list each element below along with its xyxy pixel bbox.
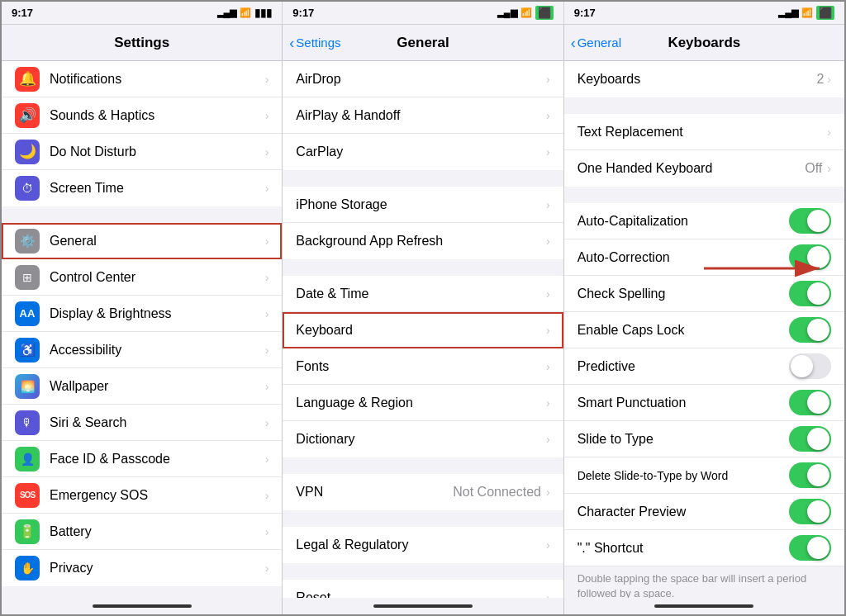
- list-item-fonts[interactable]: Fonts ›: [283, 348, 563, 385]
- list-item-enablecapslock[interactable]: Enable Caps Lock: [564, 312, 844, 348]
- list-item-legal[interactable]: Legal & Regulatory ›: [283, 527, 563, 563]
- checkspelling-toggle[interactable]: [789, 281, 831, 306]
- privacy-chevron: ›: [265, 562, 269, 575]
- legal-label: Legal & Regulatory: [296, 538, 546, 552]
- back-label-keyboards[interactable]: General: [577, 36, 621, 50]
- deleteslide-toggle[interactable]: [789, 462, 831, 488]
- list-item-keyboard[interactable]: Keyboard ›: [283, 312, 563, 348]
- list-item-languageregion[interactable]: Language & Region ›: [283, 385, 563, 421]
- accessibility-chevron: ›: [265, 344, 269, 357]
- accessibility-label: Accessibility: [50, 343, 265, 358]
- predictive-toggle[interactable]: [789, 353, 831, 379]
- list-item-slidetotype[interactable]: Slide to Type: [564, 421, 844, 457]
- keyboards-section-1: Keyboards 2 ›: [564, 61, 844, 97]
- settings-nav-bar: Settings: [2, 25, 282, 61]
- enablecapslock-toggle[interactable]: [789, 317, 831, 343]
- back-label-general[interactable]: Settings: [296, 36, 340, 50]
- list-item-onehandedkeyboard[interactable]: One Handed Keyboard Off ›: [564, 150, 844, 187]
- list-item-wallpaper[interactable]: 🌅 Wallpaper ›: [2, 368, 282, 405]
- keyboards-list: Keyboards 2 › Text Replacement › One Han…: [564, 61, 844, 598]
- backgroundapp-chevron: ›: [546, 235, 550, 248]
- autocapitalization-toggle[interactable]: [789, 208, 831, 234]
- list-item-predictive[interactable]: Predictive: [564, 348, 844, 385]
- smartpunctuation-toggle[interactable]: [789, 390, 831, 415]
- list-item-battery[interactable]: 🔋 Battery ›: [2, 514, 282, 550]
- list-item-display[interactable]: AA Display & Brightness ›: [2, 296, 282, 332]
- settings-list: 🔔 Notifications › 🔊 Sounds & Haptics › 🌙…: [2, 61, 282, 598]
- list-item-screentime[interactable]: ⏱ Screen Time ›: [2, 170, 282, 206]
- sounds-label: Sounds & Haptics: [50, 108, 265, 123]
- list-item-airplay[interactable]: AirPlay & Handoff ›: [283, 97, 563, 134]
- keyboards-title: Keyboards: [668, 35, 740, 51]
- list-item-siri[interactable]: 🎙 Siri & Search ›: [2, 405, 282, 441]
- datetime-chevron: ›: [546, 287, 550, 301]
- accessibility-icon: ♿: [15, 338, 40, 362]
- keyboard-chevron: ›: [546, 324, 550, 337]
- keyboards-gap-2: [564, 187, 844, 203]
- list-item-vpn[interactable]: VPN Not Connected ›: [283, 474, 563, 510]
- list-item-notifications[interactable]: 🔔 Notifications ›: [2, 61, 282, 97]
- languageregion-label: Language & Region: [296, 396, 546, 410]
- vpn-chevron: ›: [546, 486, 550, 499]
- autocorrection-toggle[interactable]: [789, 244, 831, 270]
- list-item-deleteslide[interactable]: Delete Slide-to-Type by Word: [564, 457, 844, 494]
- list-item-dictionary[interactable]: Dictionary ›: [283, 421, 563, 457]
- battery-icon-3: ⬛: [816, 6, 834, 20]
- fonts-label: Fonts: [296, 359, 546, 374]
- donotdisturb-icon: 🌙: [15, 140, 40, 164]
- general-label: General: [50, 234, 265, 249]
- list-item-reset[interactable]: Reset ›: [283, 580, 563, 598]
- keyboard-label: Keyboard: [296, 323, 546, 338]
- wallpaper-icon: 🌅: [15, 374, 40, 399]
- settings-gap-1: [2, 206, 282, 223]
- carplay-label: CarPlay: [296, 145, 546, 159]
- list-item-autocapitalization[interactable]: Auto-Capitalization: [564, 203, 844, 239]
- keyboards-section-3: Auto-Capitalization Auto-Correction Chec…: [564, 203, 844, 598]
- list-item-sounds[interactable]: 🔊 Sounds & Haptics ›: [2, 97, 282, 134]
- list-item-autocorrection[interactable]: Auto-Correction: [564, 239, 844, 276]
- list-item-emergencysos[interactable]: SOS Emergency SOS ›: [2, 477, 282, 514]
- list-item-textreplacement[interactable]: Text Replacement ›: [564, 114, 844, 150]
- controlcenter-label: Control Center: [50, 270, 265, 285]
- reset-chevron: ›: [546, 591, 550, 599]
- list-item-general[interactable]: ⚙️ General ›: [2, 223, 282, 259]
- general-section-4: VPN Not Connected ›: [283, 474, 563, 510]
- status-panel-3: 9:17 ▂▄▆ 📶 ⬛: [564, 2, 844, 24]
- languageregion-chevron: ›: [546, 396, 550, 410]
- display-icon: AA: [15, 301, 40, 326]
- notifications-icon: 🔔: [15, 67, 40, 92]
- status-icons-1: ▂▄▆ 📶 ▮▮▮: [217, 7, 273, 19]
- general-gap-5: [283, 563, 563, 580]
- home-bar-3: [654, 604, 753, 608]
- general-section-5: Legal & Regulatory ›: [283, 527, 563, 563]
- general-nav-back[interactable]: ‹ Settings: [289, 36, 340, 50]
- reset-label: Reset: [296, 590, 546, 599]
- periodshortcut-toggle[interactable]: [789, 535, 831, 561]
- keyboards-nav-back[interactable]: ‹ General: [571, 36, 621, 50]
- characterpreview-toggle[interactable]: [789, 499, 831, 524]
- list-item-datetime[interactable]: Date & Time ›: [283, 276, 563, 312]
- battery-icon-2: ⬛: [535, 6, 554, 20]
- list-item-donotdisturb[interactable]: 🌙 Do Not Disturb ›: [2, 134, 282, 170]
- textreplacement-label: Text Replacement: [577, 125, 828, 140]
- list-item-privacy[interactable]: ✋ Privacy ›: [2, 550, 282, 586]
- list-item-checkspelling[interactable]: Check Spelling: [564, 276, 844, 312]
- list-item-accessibility[interactable]: ♿ Accessibility ›: [2, 332, 282, 368]
- general-nav-bar: ‹ Settings General: [283, 25, 563, 61]
- airdrop-label: AirDrop: [296, 72, 546, 87]
- home-bar-1: [93, 604, 192, 608]
- list-item-carplay[interactable]: CarPlay ›: [283, 134, 563, 170]
- list-item-faceid[interactable]: 👤 Face ID & Passcode ›: [2, 441, 282, 477]
- list-item-periodshortcut[interactable]: "." Shortcut: [564, 530, 844, 566]
- faceid-label: Face ID & Passcode: [50, 452, 265, 467]
- list-item-keyboards-count[interactable]: Keyboards 2 ›: [564, 61, 844, 97]
- list-item-characterpreview[interactable]: Character Preview: [564, 494, 844, 530]
- list-item-controlcenter[interactable]: ⊞ Control Center ›: [2, 259, 282, 296]
- list-item-smartpunctuation[interactable]: Smart Punctuation: [564, 385, 844, 421]
- list-item-iphonestorage[interactable]: iPhone Storage ›: [283, 187, 563, 223]
- list-item-backgroundapp[interactable]: Background App Refresh ›: [283, 223, 563, 259]
- list-item-airdrop[interactable]: AirDrop ›: [283, 61, 563, 97]
- battery-chevron: ›: [265, 525, 269, 538]
- vpn-label: VPN: [296, 485, 453, 500]
- slidetotype-toggle[interactable]: [789, 426, 831, 452]
